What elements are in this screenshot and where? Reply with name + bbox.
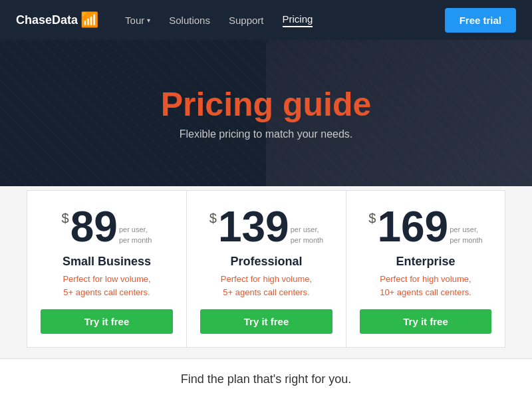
price-row-ent: $ 169 per user, per month xyxy=(360,205,491,248)
plan-card-small-business: $ 89 per user, per month Small Business … xyxy=(27,190,186,348)
price-row-pro: $ 139 per user, per month xyxy=(200,205,332,248)
logo-text: ChaseData xyxy=(16,13,78,27)
plan-name-ent: Enterprise xyxy=(360,255,491,269)
price-meta-small: per user, per month xyxy=(119,225,152,245)
nav-link-solutions[interactable]: Solutions xyxy=(169,15,210,26)
try-btn-pro[interactable]: Try it free xyxy=(200,309,332,334)
price-number-ent: 169 xyxy=(377,205,448,248)
plan-card-professional: $ 139 per user, per month Professional P… xyxy=(186,190,346,348)
logo: ChaseData 📶 xyxy=(16,11,98,29)
price-row-small: $ 89 per user, per month xyxy=(41,205,173,248)
nav-link-pricing[interactable]: Pricing xyxy=(283,13,313,27)
logo-icon: 📶 xyxy=(80,11,98,29)
hero-section: Pricing guide Flexible pricing to match … xyxy=(0,40,532,186)
nav-links: Tour ▾ Solutions Support Pricing xyxy=(125,13,445,27)
comparison-section: Find the plan that's right for you. Smal… xyxy=(0,358,532,399)
nav-link-tour[interactable]: Tour ▾ xyxy=(125,15,150,26)
hero-subtitle: Flexible pricing to match your needs. xyxy=(161,128,372,140)
navbar: ChaseData 📶 Tour ▾ Solutions Support Pri… xyxy=(0,0,532,40)
tour-label: Tour xyxy=(125,15,144,26)
hero-title: Pricing guide xyxy=(161,86,372,123)
plan-name-pro: Professional xyxy=(200,255,332,269)
price-number-pro: 139 xyxy=(218,205,289,248)
nav-link-support[interactable]: Support xyxy=(229,15,264,26)
plan-desc-small: Perfect for low volume,5+ agents call ce… xyxy=(41,273,173,299)
price-number-small: 89 xyxy=(70,205,118,248)
comparison-title: Find the plan that's right for you. xyxy=(20,372,512,386)
try-btn-small[interactable]: Try it free xyxy=(41,309,173,334)
plan-desc-ent: Perfect for high volume,10+ agents call … xyxy=(360,273,491,299)
dollar-sign-ent: $ xyxy=(368,211,376,226)
price-meta-ent: per user, per month xyxy=(450,225,483,245)
free-trial-button[interactable]: Free trial xyxy=(445,8,516,33)
dollar-sign-pro: $ xyxy=(209,211,217,226)
hero-content: Pricing guide Flexible pricing to match … xyxy=(161,86,372,140)
price-meta-pro: per user, per month xyxy=(291,225,324,245)
dollar-sign-small: $ xyxy=(62,211,69,226)
plan-name-small: Small Business xyxy=(41,255,173,269)
try-btn-ent[interactable]: Try it free xyxy=(360,309,491,334)
plan-desc-pro: Perfect for high volume,5+ agents call c… xyxy=(200,273,332,299)
pricing-cards: $ 89 per user, per month Small Business … xyxy=(0,180,532,358)
chevron-down-icon: ▾ xyxy=(147,17,150,24)
plan-card-enterprise: $ 169 per user, per month Enterprise Per… xyxy=(346,190,505,348)
